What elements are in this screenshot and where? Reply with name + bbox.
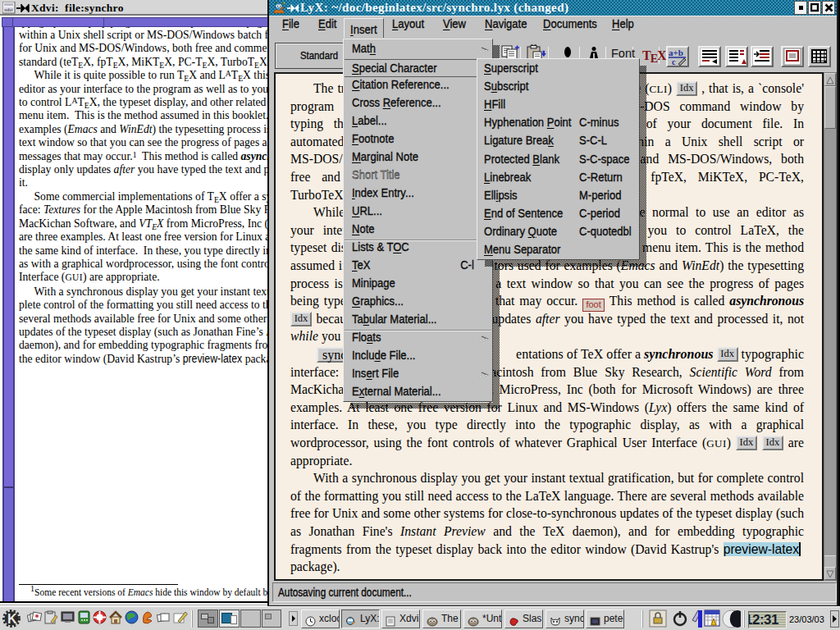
svg-text:c: c (672, 57, 676, 66)
svg-text:a+b: a+b (669, 48, 683, 57)
svg-text:K: K (7, 612, 17, 626)
svg-text:xdvi: xdvi (4, 7, 13, 12)
